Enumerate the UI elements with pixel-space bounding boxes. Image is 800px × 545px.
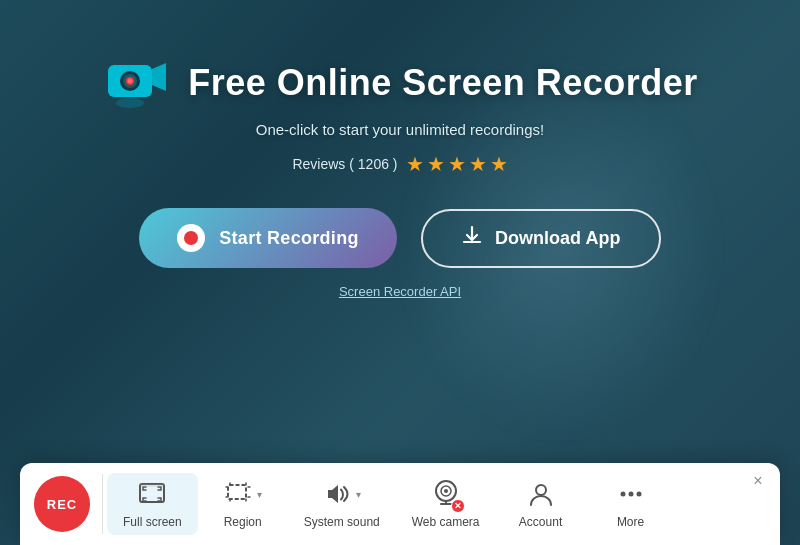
download-icon (461, 225, 483, 252)
account-icon (523, 479, 559, 509)
region-label: Region (224, 515, 262, 529)
toolbar-item-region[interactable]: ▾ Region (198, 473, 288, 535)
toolbar-item-more[interactable]: More (586, 473, 676, 535)
svg-marker-10 (328, 485, 338, 503)
webcam-disabled-badge: ✕ (451, 499, 465, 513)
main-content: Free Online Screen Recorder One-click to… (0, 0, 800, 299)
toolbar-item-full-screen[interactable]: Full screen (107, 473, 198, 535)
web-camera-icon: ✕ (428, 479, 464, 509)
logo-row: Free Online Screen Recorder (102, 55, 698, 111)
download-app-label: Download App (495, 228, 620, 249)
rec-button[interactable]: REC (34, 476, 90, 532)
system-sound-icon: ▾ (324, 479, 360, 509)
buttons-row: Start Recording Download App (139, 208, 661, 268)
record-dot (184, 231, 198, 245)
star-2: ★ (427, 152, 445, 176)
subtitle: One-click to start your unlimited record… (256, 121, 544, 138)
region-chevron: ▾ (257, 489, 262, 500)
star-4: ★ (469, 152, 487, 176)
toolbar-item-account[interactable]: Account (496, 473, 586, 535)
region-icon: ▾ (225, 479, 261, 509)
toolbar-item-system-sound[interactable]: ▾ System sound (288, 473, 396, 535)
more-label: More (617, 515, 644, 529)
svg-point-15 (620, 492, 625, 497)
toolbar-separator (102, 474, 103, 534)
svg-point-14 (536, 485, 546, 495)
system-sound-chevron: ▾ (356, 489, 361, 500)
star-1: ★ (406, 152, 424, 176)
download-app-button[interactable]: Download App (421, 209, 661, 268)
toolbar: × REC Full screen ▾ Region (20, 463, 780, 545)
toolbar-item-web-camera[interactable]: ✕ Web camera (396, 473, 496, 535)
svg-marker-5 (152, 63, 166, 91)
system-sound-label: System sound (304, 515, 380, 529)
account-label: Account (519, 515, 562, 529)
full-screen-label: Full screen (123, 515, 182, 529)
svg-rect-8 (140, 484, 164, 487)
rec-label: REC (47, 497, 77, 512)
screen-recorder-api-link[interactable]: Screen Recorder API (339, 284, 461, 299)
app-logo-icon (102, 55, 170, 111)
start-recording-label: Start Recording (219, 228, 359, 249)
record-icon (177, 224, 205, 252)
star-5: ★ (490, 152, 508, 176)
svg-point-4 (128, 79, 133, 84)
svg-point-13 (444, 489, 448, 493)
more-icon (613, 479, 649, 509)
reviews-row: Reviews ( 1206 ) ★ ★ ★ ★ ★ (292, 152, 507, 176)
stars-row: ★ ★ ★ ★ ★ (406, 152, 508, 176)
page-title: Free Online Screen Recorder (188, 62, 698, 104)
toolbar-close-button[interactable]: × (748, 471, 768, 491)
svg-point-17 (636, 492, 641, 497)
svg-point-6 (116, 98, 144, 108)
svg-point-16 (628, 492, 633, 497)
start-recording-button[interactable]: Start Recording (139, 208, 397, 268)
svg-rect-9 (228, 485, 246, 499)
reviews-text: Reviews ( 1206 ) (292, 156, 397, 172)
star-3: ★ (448, 152, 466, 176)
web-camera-label: Web camera (412, 515, 480, 529)
full-screen-icon (134, 479, 170, 509)
